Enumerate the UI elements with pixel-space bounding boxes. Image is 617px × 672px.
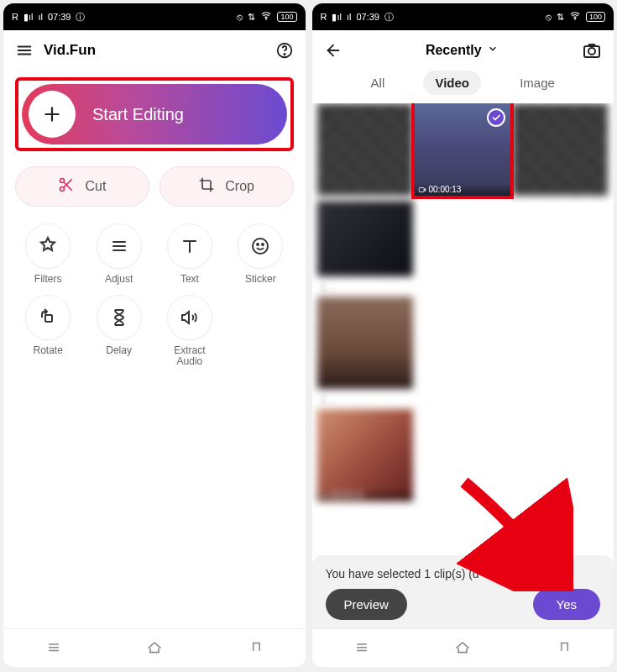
nav-recents-icon[interactable] [352, 639, 372, 658]
data-icon: ⇅ [248, 12, 255, 23]
svg-rect-29 [322, 493, 327, 497]
svg-point-0 [266, 18, 267, 19]
tool-label: Rotate [34, 345, 63, 356]
date-label: 2… [321, 394, 606, 406]
svg-point-19 [262, 244, 264, 245]
video-thumb[interactable] [317, 297, 413, 389]
chevron-down-icon [487, 43, 499, 58]
nav-home-icon[interactable] [452, 638, 473, 659]
selection-text: You have selected 1 clip(s) (uXXXX). [326, 567, 601, 580]
signal-icon: ▮ıl [332, 12, 342, 23]
svg-point-24 [574, 18, 575, 19]
app-title: Vid.Fun [44, 42, 265, 59]
crop-label: Crop [225, 179, 254, 194]
signal-icon: ▮ıl [24, 12, 34, 23]
tool-label: Sticker [245, 274, 276, 285]
phone-left: R ▮ıl ıl 07:39 ⓘ ⦸ ⇅ 100 Vid.Fun S [3, 3, 306, 667]
video-thumb[interactable] [317, 103, 413, 196]
duration-label: 00:00:13 [415, 183, 510, 196]
start-editing-button[interactable]: Start Editing [22, 84, 287, 144]
tool-label: Text [180, 274, 199, 285]
tool-label: Filters [34, 274, 62, 285]
album-dropdown[interactable]: Recently [353, 43, 573, 58]
nav-bar [3, 628, 306, 667]
dnd-icon: ⦸ [546, 12, 552, 23]
check-icon [487, 108, 505, 127]
video-thumb[interactable] [317, 201, 413, 276]
nav-back-icon[interactable] [245, 639, 265, 658]
start-label: Start Editing [92, 105, 184, 124]
back-icon[interactable] [324, 41, 342, 60]
scissors-icon [58, 176, 75, 197]
nav-back-icon[interactable] [553, 639, 573, 658]
wifi-icon [260, 11, 272, 23]
yes-button[interactable]: Yes [533, 589, 600, 620]
tool-label: Extract Audio [174, 345, 205, 367]
info-icon: ⓘ [76, 11, 85, 24]
battery-icon: 100 [586, 12, 605, 22]
duration-label: 00:00:16 [317, 489, 413, 501]
tool-text[interactable]: Text [157, 223, 222, 285]
tool-filters[interactable]: Filters [15, 223, 81, 285]
tool-label: Adjust [105, 274, 133, 285]
selection-sheet: You have selected 1 clip(s) (uXXXX). Pre… [312, 555, 614, 628]
svg-point-27 [588, 48, 595, 55]
quick-actions: Cut Crop [3, 166, 306, 207]
preview-button[interactable]: Preview [326, 589, 407, 620]
wifi-icon [569, 11, 581, 23]
menu-icon[interactable] [15, 41, 34, 60]
crop-icon [198, 176, 215, 197]
nav-bar [312, 628, 614, 667]
date-label: 2… [321, 281, 606, 293]
signal-icon-2: ıl [347, 12, 352, 22]
tool-extract-audio[interactable]: Extract Audio [157, 295, 222, 367]
plus-icon [29, 91, 76, 138]
nav-recents-icon[interactable] [44, 639, 64, 658]
video-thumb-selected[interactable]: 00:00:13 [415, 103, 510, 196]
dnd-icon: ⦸ [237, 12, 243, 23]
thumbnail-grid: 00:00:13 2… 2… 00:00:16 [312, 103, 614, 555]
cut-button[interactable]: Cut [15, 166, 149, 207]
signal-label: R [12, 12, 18, 22]
tab-video[interactable]: Video [423, 71, 481, 95]
clock: 07:39 [48, 12, 71, 22]
svg-point-5 [284, 54, 285, 55]
svg-point-17 [253, 239, 268, 254]
status-bar: R ▮ıl ıl 07:39 ⓘ ⦸ ⇅ 100 [3, 3, 306, 30]
tool-sticker[interactable]: Sticker [227, 223, 293, 285]
camera-icon[interactable] [582, 40, 602, 60]
tab-all[interactable]: All [359, 71, 397, 95]
battery-icon: 100 [277, 12, 296, 22]
signal-icon-2: ıl [38, 12, 43, 22]
svg-rect-28 [419, 187, 424, 192]
start-highlight-box: Start Editing [15, 77, 294, 151]
clock: 07:39 [356, 12, 379, 22]
tool-rotate[interactable]: Rotate [15, 295, 81, 367]
tool-delay[interactable]: Delay [86, 295, 151, 367]
tab-image[interactable]: Image [508, 71, 567, 95]
app-bar: Vid.Fun [3, 30, 306, 71]
nav-home-icon[interactable] [144, 638, 165, 659]
help-icon[interactable] [275, 41, 294, 60]
svg-point-18 [257, 244, 259, 245]
crop-button[interactable]: Crop [159, 166, 294, 207]
tool-label: Delay [106, 345, 132, 356]
album-title-label: Recently [426, 43, 482, 58]
status-bar: R ▮ıl ıl 07:39 ⓘ ⦸ ⇅ 100 [312, 3, 614, 30]
phone-right: R ▮ıl ıl 07:39 ⓘ ⦸ ⇅ 100 Recently [312, 3, 614, 667]
cut-label: Cut [85, 179, 106, 194]
media-tabs: All Video Image [312, 71, 614, 103]
album-header: Recently [312, 30, 614, 71]
signal-label: R [321, 12, 327, 22]
data-icon: ⇅ [557, 12, 564, 23]
tool-adjust[interactable]: Adjust [86, 223, 151, 285]
tool-grid: Filters Adjust Text Sticker Rotate Delay… [3, 207, 306, 385]
svg-rect-20 [45, 315, 52, 322]
video-thumb[interactable]: 00:00:16 [317, 409, 413, 501]
video-thumb[interactable] [512, 103, 608, 196]
info-icon: ⓘ [384, 11, 394, 24]
